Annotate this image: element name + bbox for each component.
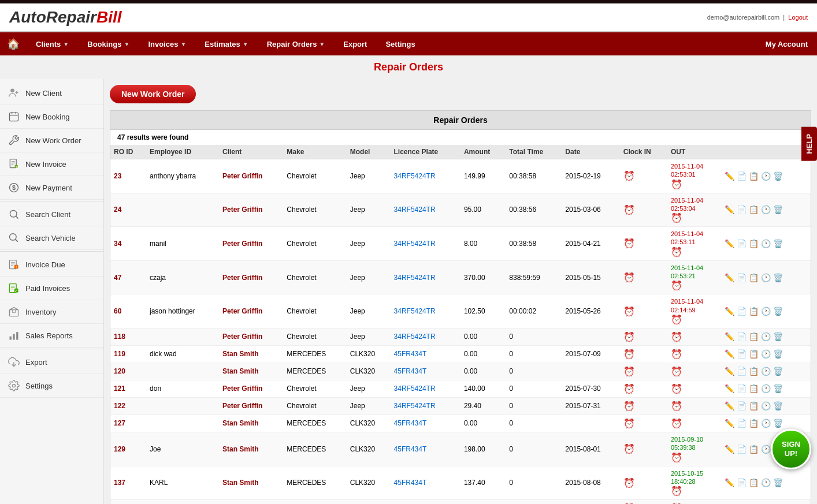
- clock-in-icon[interactable]: ⏰: [623, 238, 635, 248]
- cell-clock-in[interactable]: ⏰: [620, 432, 667, 466]
- cell-ro-id[interactable]: 122: [110, 397, 146, 415]
- pdf-icon[interactable]: 📄: [737, 205, 747, 214]
- out-clock-icon[interactable]: ⏰: [671, 332, 682, 342]
- cell-clock-in[interactable]: ⏰: [620, 159, 667, 193]
- doc-icon[interactable]: 📋: [749, 332, 759, 341]
- edit-icon[interactable]: ✏️: [725, 273, 734, 282]
- pdf-icon[interactable]: 📄: [737, 401, 747, 410]
- doc-icon[interactable]: 📋: [749, 384, 759, 393]
- cell-ro-id[interactable]: 120: [110, 363, 146, 380]
- cell-ro-id[interactable]: 121: [110, 380, 146, 397]
- clock-in-icon[interactable]: ⏰: [623, 419, 635, 428]
- out-clock-icon[interactable]: ⏰: [671, 401, 682, 411]
- clock-in-icon[interactable]: ⏰: [623, 272, 635, 282]
- doc-icon[interactable]: 📋: [749, 478, 759, 487]
- cell-client[interactable]: Peter Griffin: [219, 227, 283, 261]
- clock-in-icon[interactable]: ⏰: [623, 205, 635, 215]
- pdf-icon[interactable]: 📄: [737, 239, 747, 248]
- cell-client[interactable]: Peter Griffin: [219, 380, 283, 397]
- pdf-icon[interactable]: 📄: [737, 349, 747, 359]
- history-icon[interactable]: 🕐: [761, 367, 771, 376]
- pdf-icon[interactable]: 📄: [737, 419, 747, 428]
- cell-licence[interactable]: 34RF5424TR: [391, 159, 461, 193]
- clock-in-icon[interactable]: ⏰: [623, 384, 635, 394]
- out-clock-icon[interactable]: ⏰: [671, 180, 682, 189]
- pdf-icon[interactable]: 📄: [737, 384, 747, 393]
- history-icon[interactable]: 🕐: [761, 401, 771, 410]
- pdf-icon[interactable]: 📄: [737, 367, 747, 376]
- cell-clock-in[interactable]: ⏰: [620, 227, 667, 261]
- edit-icon[interactable]: ✏️: [725, 384, 734, 393]
- out-clock-icon[interactable]: ⏰: [671, 247, 682, 257]
- nav-my-account[interactable]: My Account: [756, 32, 817, 55]
- cell-ro-id[interactable]: 24: [110, 193, 146, 227]
- doc-icon[interactable]: 📋: [749, 367, 759, 376]
- cell-licence[interactable]: 45FR434T: [391, 345, 461, 363]
- history-icon[interactable]: 🕐: [761, 273, 771, 282]
- edit-icon[interactable]: ✏️: [725, 239, 734, 248]
- delete-icon[interactable]: 🗑️: [773, 419, 783, 428]
- cell-client[interactable]: Peter Griffin: [219, 260, 283, 294]
- clock-in-icon[interactable]: ⏰: [623, 307, 635, 316]
- clock-in-icon[interactable]: ⏰: [623, 367, 635, 376]
- new-work-order-button[interactable]: New Work Order: [110, 85, 196, 103]
- sidebar-item-paid-invoices[interactable]: ✓ Paid Invoices: [0, 277, 103, 300]
- edit-icon[interactable]: ✏️: [725, 445, 734, 454]
- cell-ro-id[interactable]: 118: [110, 328, 146, 345]
- cell-client[interactable]: Peter Griffin: [219, 397, 283, 415]
- doc-icon[interactable]: 📋: [749, 273, 759, 282]
- out-clock-icon[interactable]: ⏰: [671, 419, 682, 428]
- nav-repair-orders[interactable]: Repair Orders ▼: [258, 32, 335, 55]
- doc-icon[interactable]: 📋: [749, 205, 759, 214]
- cell-licence[interactable]: 34RF5424TR: [391, 260, 461, 294]
- cell-client[interactable]: Stan Smith: [219, 466, 283, 500]
- clock-in-icon[interactable]: ⏰: [623, 444, 635, 454]
- cell-ro-id[interactable]: 34: [110, 227, 146, 261]
- cell-licence[interactable]: 45FR434T: [391, 500, 461, 504]
- pdf-icon[interactable]: 📄: [737, 445, 747, 454]
- nav-export[interactable]: Export: [334, 32, 376, 55]
- doc-icon[interactable]: 📋: [749, 401, 759, 410]
- nav-bookings[interactable]: Bookings ▼: [78, 32, 139, 55]
- cell-licence[interactable]: 45FR434T: [391, 466, 461, 500]
- history-icon[interactable]: 🕐: [761, 419, 771, 428]
- edit-icon[interactable]: ✏️: [725, 401, 734, 410]
- home-button[interactable]: 🏠: [0, 32, 27, 55]
- out-clock-icon[interactable]: ⏰: [671, 281, 682, 290]
- sidebar-item-search-vehicle[interactable]: Search Vehicle: [0, 226, 103, 250]
- cell-licence[interactable]: 34RF5424TR: [391, 193, 461, 227]
- delete-icon[interactable]: 🗑️: [773, 171, 783, 181]
- cell-clock-in[interactable]: ⏰: [620, 193, 667, 227]
- doc-icon[interactable]: 📋: [749, 419, 759, 428]
- delete-icon[interactable]: 🗑️: [773, 307, 783, 316]
- sidebar-item-settings[interactable]: Settings: [0, 374, 103, 398]
- cell-clock-in[interactable]: ⏰: [620, 466, 667, 500]
- pdf-icon[interactable]: 📄: [737, 332, 747, 341]
- history-icon[interactable]: 🕐: [761, 445, 771, 454]
- doc-icon[interactable]: 📋: [749, 349, 759, 359]
- cell-clock-in[interactable]: ⏰: [620, 415, 667, 432]
- edit-icon[interactable]: ✏️: [725, 307, 734, 316]
- sidebar-item-invoice-due[interactable]: ! Invoice Due: [0, 253, 103, 277]
- doc-icon[interactable]: 📋: [749, 171, 759, 181]
- cell-client[interactable]: Stan Smith: [219, 345, 283, 363]
- delete-icon[interactable]: 🗑️: [773, 239, 783, 248]
- edit-icon[interactable]: ✏️: [725, 367, 734, 376]
- cell-licence[interactable]: 45FR434T: [391, 363, 461, 380]
- history-icon[interactable]: 🕐: [761, 384, 771, 393]
- cell-client[interactable]: Peter Griffin: [219, 328, 283, 345]
- cell-client[interactable]: Peter Griffin: [219, 159, 283, 193]
- cell-clock-in[interactable]: ⏰: [620, 294, 667, 328]
- nav-invoices[interactable]: Invoices ▼: [139, 32, 195, 55]
- pdf-icon[interactable]: 📄: [737, 171, 747, 181]
- edit-icon[interactable]: ✏️: [725, 419, 734, 428]
- delete-icon[interactable]: 🗑️: [773, 205, 783, 214]
- cell-licence[interactable]: 45FR434T: [391, 432, 461, 466]
- history-icon[interactable]: 🕐: [761, 478, 771, 487]
- out-clock-icon[interactable]: ⏰: [671, 367, 682, 376]
- clock-in-icon[interactable]: ⏰: [623, 478, 635, 488]
- clock-in-icon[interactable]: ⏰: [623, 171, 635, 181]
- cell-clock-in[interactable]: ⏰: [620, 380, 667, 397]
- sidebar-item-new-client[interactable]: New Client: [0, 81, 103, 105]
- cell-ro-id[interactable]: 137: [110, 466, 146, 500]
